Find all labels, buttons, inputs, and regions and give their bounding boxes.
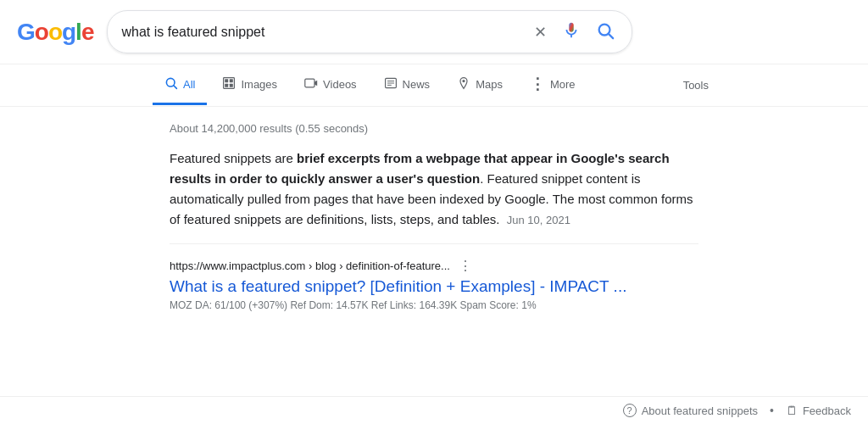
- search-result: https://www.impactplus.com › blog › defi…: [170, 258, 698, 311]
- svg-rect-7: [225, 83, 229, 86]
- header: Google what is featured snippet ✕: [0, 0, 868, 64]
- featured-snippet: Featured snippets are brief excerpts fro…: [170, 148, 698, 243]
- snippet-plain-text: Featured snippets are: [170, 151, 297, 165]
- tab-maps[interactable]: Maps: [445, 66, 515, 105]
- svg-rect-5: [225, 79, 229, 82]
- svg-rect-9: [305, 79, 314, 87]
- svg-line-1: [609, 34, 614, 38]
- svg-rect-6: [230, 79, 233, 82]
- search-button[interactable]: [593, 18, 618, 46]
- snippet-date: Jun 10, 2021: [507, 214, 570, 226]
- clear-button[interactable]: ✕: [531, 20, 550, 45]
- mic-icon: [562, 21, 581, 42]
- clear-icon: ✕: [534, 23, 547, 42]
- nav-tabs: All Images Videos: [0, 64, 868, 107]
- tab-all-label: All: [183, 78, 195, 91]
- search-input[interactable]: what is featured snippet: [121, 25, 522, 40]
- svg-point-15: [463, 80, 465, 82]
- tab-news[interactable]: News: [372, 66, 442, 105]
- maps-icon: [457, 76, 470, 92]
- search-bar-icons: ✕: [531, 18, 618, 46]
- svg-line-3: [174, 85, 177, 88]
- google-logo: Google: [17, 19, 93, 46]
- tab-more-label: More: [550, 78, 576, 91]
- tools-button[interactable]: Tools: [676, 69, 715, 102]
- more-icon: ⋮: [530, 75, 545, 93]
- tab-all[interactable]: All: [153, 66, 207, 105]
- separator: [170, 243, 698, 244]
- tab-news-label: News: [403, 78, 431, 91]
- all-search-icon: [164, 76, 178, 92]
- tab-images-label: Images: [241, 78, 277, 91]
- result-options-button[interactable]: ⋮: [459, 258, 472, 274]
- result-meta: MOZ DA: 61/100 (+307%) Ref Dom: 14.57K R…: [170, 299, 698, 311]
- tab-videos[interactable]: Videos: [292, 66, 369, 105]
- source-url-row: https://www.impactplus.com › blog › defi…: [170, 258, 698, 274]
- result-count: About 14,200,000 results (0.55 seconds): [170, 114, 698, 148]
- search-icon: [596, 21, 615, 42]
- source-url-text: https://www.impactplus.com › blog › defi…: [170, 259, 450, 272]
- videos-icon: [304, 76, 318, 92]
- tab-images[interactable]: Images: [210, 66, 289, 105]
- snippet-text: Featured snippets are brief excerpts fro…: [170, 148, 698, 230]
- tab-more[interactable]: ⋮ More: [518, 64, 587, 106]
- images-icon: [222, 76, 236, 92]
- result-title-link[interactable]: What is a featured snippet? [Definition …: [170, 277, 698, 296]
- news-icon: [384, 76, 398, 92]
- svg-rect-8: [230, 83, 233, 86]
- mic-button[interactable]: [559, 18, 584, 46]
- tab-videos-label: Videos: [323, 78, 357, 91]
- search-bar: what is featured snippet ✕: [107, 10, 632, 53]
- main-content: About 14,200,000 results (0.55 seconds) …: [0, 107, 868, 318]
- tab-maps-label: Maps: [476, 78, 503, 91]
